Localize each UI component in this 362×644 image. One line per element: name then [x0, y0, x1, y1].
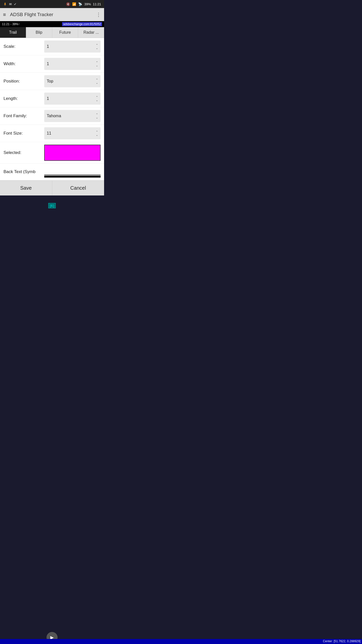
width-row: Width: 1 ⌃ ⌄	[0, 55, 104, 73]
selected-color-swatch[interactable]	[44, 145, 101, 161]
position-spinner[interactable]: Top ⌃ ⌄	[44, 75, 101, 87]
font-family-down-arrow[interactable]: ⌄	[96, 116, 98, 119]
length-row: Length: 1 ⌃ ⌄	[0, 90, 104, 107]
width-up-arrow[interactable]: ⌃	[96, 61, 98, 64]
settings-dialog: Trail Blip Future Radar ... Scale: 1 ⌃ ⌄	[0, 27, 104, 195]
position-up-arrow[interactable]: ⌃	[96, 78, 98, 81]
save-button[interactable]: Save	[0, 181, 52, 195]
status-right-info: 🔇 📶 📡 39% 11:21	[66, 2, 101, 6]
scale-spinner[interactable]: 1 ⌃ ⌄	[44, 41, 101, 53]
scale-down-arrow[interactable]: ⌄	[96, 47, 98, 50]
scale-label: Scale:	[4, 44, 44, 49]
position-arrows[interactable]: ⌃ ⌄	[96, 78, 98, 84]
back-text-input[interactable]	[44, 166, 101, 175]
app-title: ADSB Flight Tracker	[10, 12, 96, 17]
position-down-arrow[interactable]: ⌄	[96, 81, 98, 84]
cancel-button[interactable]: Cancel	[52, 181, 104, 195]
font-size-arrows[interactable]: ⌃ ⌄	[96, 130, 98, 136]
position-value: Top	[47, 79, 53, 84]
tab-trail[interactable]: Trail	[0, 27, 26, 38]
back-text-row: Back Text (Symb	[0, 164, 104, 180]
tab-bar: Trail Blip Future Radar ...	[0, 27, 104, 38]
font-size-value: 11	[47, 131, 51, 136]
scale-arrows[interactable]: ⌃ ⌄	[96, 44, 98, 50]
status-left-icons: 🧍 ✉ ✓	[3, 2, 17, 6]
url-info: adsbexchange.com:81/5052	[62, 22, 102, 26]
width-down-arrow[interactable]: ⌄	[96, 64, 98, 67]
settings-form: Scale: 1 ⌃ ⌄ Width: 1 ⌃ ⌄	[0, 38, 104, 180]
length-label: Length:	[4, 96, 44, 101]
font-family-arrows[interactable]: ⌃ ⌄	[96, 113, 98, 119]
mail-icon: ✉	[9, 2, 12, 6]
menu-icon[interactable]: ≡	[3, 12, 6, 18]
scale-row: Scale: 1 ⌃ ⌄	[0, 38, 104, 55]
tab-future[interactable]: Future	[52, 27, 78, 38]
font-family-spinner[interactable]: Tahoma ⌃ ⌄	[44, 110, 101, 122]
length-down-arrow[interactable]: ⌄	[96, 99, 98, 102]
font-family-row: Font Family: Tahoma ⌃ ⌄	[0, 107, 104, 125]
check-icon: ✓	[14, 2, 17, 6]
font-family-value: Tahoma	[47, 114, 61, 118]
font-family-up-arrow[interactable]: ⌃	[96, 113, 98, 116]
more-options-icon[interactable]: ⋮	[96, 12, 101, 18]
font-family-label: Font Family:	[4, 113, 44, 118]
font-size-spinner[interactable]: 11 ⌃ ⌄	[44, 127, 101, 139]
action-buttons: Save Cancel	[0, 180, 104, 195]
position-label: Position:	[4, 79, 44, 84]
width-value: 1	[47, 62, 49, 66]
back-text-underline	[44, 176, 101, 178]
length-value: 1	[47, 96, 49, 101]
width-spinner[interactable]: 1 ⌃ ⌄	[44, 58, 101, 70]
app-bar: ≡ ADSB Flight Tracker ⋮	[0, 8, 104, 21]
length-arrows[interactable]: ⌃ ⌄	[96, 96, 98, 102]
position-row: Position: Top ⌃ ⌄	[0, 73, 104, 90]
tab-radar[interactable]: Radar ...	[78, 27, 104, 38]
font-size-up-arrow[interactable]: ⌃	[96, 130, 98, 133]
length-spinner[interactable]: 1 ⌃ ⌄	[44, 93, 101, 105]
signal-icon: 📡	[78, 2, 82, 6]
back-text-wrapper	[44, 166, 101, 178]
map-label-e: [E]	[48, 203, 56, 208]
font-size-label: Font Size:	[4, 131, 44, 136]
width-label: Width:	[4, 61, 44, 66]
wifi-icon: 📶	[72, 2, 76, 6]
width-arrows[interactable]: ⌃ ⌄	[96, 61, 98, 67]
selected-label: Selected:	[4, 150, 44, 155]
scale-value: 1	[47, 44, 49, 49]
time-battery-info: 11:21 - 39%↑	[2, 22, 20, 26]
length-up-arrow[interactable]: ⌃	[96, 96, 98, 99]
person-icon: 🧍	[3, 2, 7, 6]
info-bar: 11:21 - 39%↑ adsbexchange.com:81/5052	[0, 21, 104, 27]
map-background: Rada NW SW [N] [S] NE SE Trail Blip Futu…	[0, 27, 104, 223]
time-text: 11:21	[93, 2, 101, 6]
selected-row: Selected:	[0, 142, 104, 164]
status-bar: 🧍 ✉ ✓ 🔇 📶 📡 39% 11:21	[0, 0, 104, 8]
scale-up-arrow[interactable]: ⌃	[96, 44, 98, 47]
back-text-label: Back Text (Symb	[4, 169, 44, 174]
mute-icon: 🔇	[66, 2, 70, 6]
font-size-down-arrow[interactable]: ⌄	[96, 133, 98, 136]
font-size-row: Font Size: 11 ⌃ ⌄	[0, 125, 104, 142]
tab-blip[interactable]: Blip	[26, 27, 52, 38]
battery-text: 39%	[84, 2, 91, 6]
